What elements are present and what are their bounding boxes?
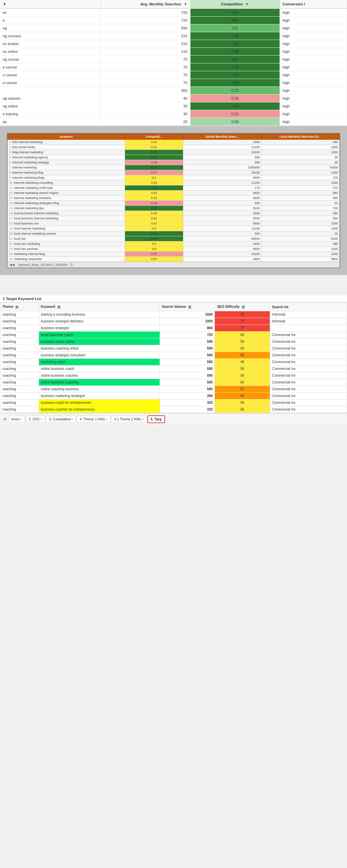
ss-global-cell: 6600	[183, 196, 261, 201]
table-row: o course 70 0.96 high	[0, 71, 347, 79]
col-search-vol[interactable]: Search Volume ▼	[160, 303, 215, 311]
ss-local-cell: 35	[261, 231, 339, 236]
ss-table-row: 23local seo services 0.6 9900 1500	[8, 246, 340, 252]
tab-theme2kws-dropdown[interactable]: ▾	[142, 418, 144, 421]
conversion-cell: high	[280, 71, 347, 79]
tab-theme1kws[interactable]: 4. Theme 1 KWs ▾	[77, 416, 110, 423]
competition-cell: 0.87	[190, 8, 280, 17]
ss-comp-cell: 0.57	[125, 257, 183, 262]
theme-cell: coaching	[0, 332, 39, 338]
tab-gsc[interactable]: 2. GSC ▾	[26, 416, 45, 423]
searches-cell: 720	[101, 17, 190, 24]
ss-kw-cell: 12internet marketing search engine	[8, 191, 125, 196]
diff-filter-btn[interactable]: ▼	[242, 305, 245, 309]
table-row: ng courses 210 0.98 high	[0, 32, 347, 40]
intent-cell: Informati	[270, 311, 347, 318]
col-intent[interactable]: Search Int	[270, 303, 347, 311]
col-keyword: ▼	[0, 0, 101, 8]
col-keyword[interactable]: Keyword ▼	[39, 303, 160, 311]
intent-cell: Commercial Inv	[270, 359, 347, 366]
tab-target-label: 5. Targ	[151, 417, 162, 421]
conversion-cell: high	[280, 63, 347, 71]
ss-kw-cell: 2b2b internet marketing	[8, 140, 125, 145]
keyword-cell: online coaching business	[39, 386, 160, 393]
gap-spacer	[0, 275, 347, 295]
tab-theme2kws[interactable]: 4.1 Theme 2 KWs ▾	[111, 416, 147, 423]
searches-cell: 590	[101, 24, 190, 32]
ss-comp-cell: 0.76	[125, 155, 183, 160]
ss-kw-cell: 6inbound marketing strategy	[8, 160, 125, 165]
competition-cell: 0.95	[190, 63, 280, 71]
ss-global-cell: 9900	[183, 246, 261, 252]
ss-kw-cell: 23local seo services	[8, 246, 125, 252]
ss-comp-cell: 0.6	[125, 241, 183, 246]
keyword-cell: business marketing strategist	[39, 393, 160, 399]
theme-cell: coaching	[0, 338, 39, 345]
col-avg-searches[interactable]: Avg. Monthly Searches ▼	[101, 0, 190, 8]
ss-local-cell: 720	[261, 175, 339, 180]
vol-filter-btn[interactable]: ▼	[188, 305, 191, 309]
tab-themes-dropdown[interactable]: ▾	[21, 418, 22, 421]
vol-cell: 320	[160, 406, 215, 413]
conversion-cell: high	[280, 48, 347, 56]
target-keyword-header: Theme ▼ Keyword ▼ Search Volume ▼ SEO Di…	[0, 303, 347, 311]
ss-kw-cell: 3b2b social media	[8, 145, 125, 150]
keyword-filter-btn[interactable]: ▼	[57, 305, 61, 309]
conversion-cell: high	[280, 79, 347, 87]
competition-cell: 0.87	[190, 17, 280, 24]
keyword-cell: online business coaching	[39, 379, 160, 386]
tab-competitive[interactable]: 3. Competitive ▾	[46, 416, 76, 423]
ss-col-kw-h: Keyword	[8, 134, 125, 140]
theme-cell: coaching	[0, 399, 39, 406]
filter-icon-comp[interactable]: ▼	[245, 2, 249, 6]
searches-cell: 720	[101, 8, 190, 17]
kw-cell: ng courses	[0, 32, 101, 40]
intent-cell: Commercial Inv	[270, 352, 347, 359]
ss-local-cell: 3600	[261, 257, 339, 262]
table-row: es london 210 0.95 high	[0, 40, 347, 48]
target-keyword-body: coaching starting a consulting business …	[0, 311, 347, 413]
ss-footer: ◀ ▶ keyword_ideas_20130311_0629568 ☰	[7, 262, 340, 268]
intent-cell: Commercial Inv	[270, 332, 347, 338]
theme-cell: coaching	[0, 359, 39, 366]
filter-icon[interactable]: ▼	[184, 2, 187, 6]
competition-cell: 0.95	[190, 40, 280, 48]
table-row: o course 70 0.95 high	[0, 79, 347, 87]
ss-global-cell: 4400	[183, 241, 261, 246]
col-seo-diff[interactable]: SEO Difficulty ▼	[215, 303, 270, 311]
conversion-cell: high	[280, 118, 347, 126]
ss-comp-cell: 0.34	[125, 160, 183, 165]
tab-gsc-dropdown[interactable]: ▾	[41, 418, 42, 421]
ss-comp-cell: 0.85	[125, 236, 183, 241]
keyword-cell: online business coaches	[39, 372, 160, 379]
theme-filter-btn[interactable]: ▼	[15, 305, 19, 309]
ss-comp-cell: 0.61	[125, 191, 183, 196]
theme-cell: coaching	[0, 352, 39, 359]
theme-cell: coaching	[0, 318, 39, 325]
table-header-row: ▼ Avg. Monthly Searches ▼ Competition ▼ …	[0, 0, 347, 8]
ss-table-row: 19local internet marketing 0.6 12100 130…	[8, 226, 340, 231]
tab-themes[interactable]: emes ▾	[8, 416, 25, 423]
kw-cell: e course	[0, 63, 101, 71]
col-theme[interactable]: Theme ▼	[0, 303, 39, 311]
keyword-cell: starting a consulting business	[39, 311, 160, 318]
intent-cell: Commercial Inv	[270, 379, 347, 386]
col-competition[interactable]: Competition ▼	[190, 0, 280, 8]
tabs-hamburger-icon[interactable]: ≡	[2, 415, 7, 423]
table-row: es online 110 0.98 high	[0, 48, 347, 56]
ss-kw-cell: 16local business internet marketing	[8, 211, 125, 216]
theme-cell: coaching	[0, 406, 39, 413]
keyword-cell: business coaching online	[39, 345, 160, 352]
tab-theme1kws-dropdown[interactable]: ▾	[106, 418, 107, 421]
conversion-cell: high	[280, 110, 347, 118]
ss-local-cell: 2400	[261, 180, 339, 185]
col-conversion[interactable]: Conversion i	[280, 0, 347, 8]
table-row: ng course 70 0.9 high	[0, 56, 347, 63]
tab-target-active[interactable]: 5. Targ	[147, 415, 165, 423]
ss-kw-cell: 15internet marketing tips	[8, 206, 125, 211]
ss-col-comp-h: Competiti...	[125, 134, 183, 140]
tab-competitive-dropdown[interactable]: ▾	[72, 418, 73, 421]
theme-cell: coaching	[0, 311, 39, 318]
ss-local-cell: 1300	[261, 150, 339, 155]
ss-global-cell: 590	[183, 201, 261, 206]
